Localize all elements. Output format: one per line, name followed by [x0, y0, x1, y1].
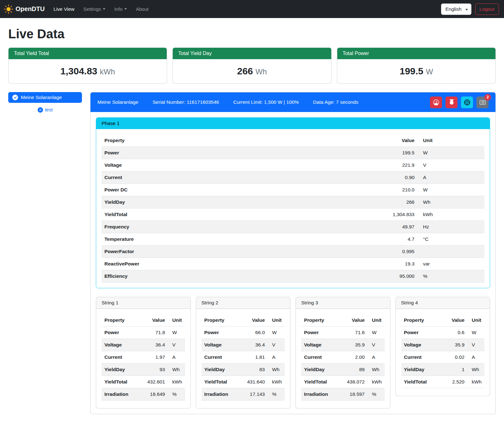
- property-cell: PowerFactor: [102, 246, 381, 258]
- value-cell: 36.4: [243, 339, 268, 351]
- language-select[interactable]: English: [441, 3, 471, 15]
- table-row: PowerFactor 0.995: [102, 246, 484, 258]
- summary-cards-row: Total Yield Total 1,304.83kWh Total Yiel…: [8, 47, 496, 84]
- table-row: Power 199.5 W: [102, 147, 484, 159]
- value-cell: 49.97: [381, 221, 417, 233]
- table-row: YieldTotal 2.520 kWh: [401, 376, 485, 388]
- list-icon: [480, 99, 486, 105]
- nav-info[interactable]: Info: [110, 4, 131, 15]
- table-row: Current 0.02 A: [401, 351, 485, 364]
- limit-settings-button[interactable]: [430, 97, 442, 108]
- table-row: Power 71.6 W: [301, 327, 385, 339]
- value-cell: 1.81: [243, 351, 268, 364]
- brand-label: OpenDTU: [16, 5, 45, 13]
- data-age: Data Age: 7 seconds: [313, 99, 358, 105]
- unit-cell: W: [168, 327, 185, 339]
- string-title: String 3: [296, 297, 390, 309]
- summary-card-unit: Wh: [256, 67, 267, 76]
- column-header-unit: Unit: [268, 314, 285, 327]
- string-card: String 4 Property Value Unit: [395, 297, 490, 396]
- table-header-row: Property Value Unit: [102, 134, 484, 147]
- table-row: Voltage 35.9 V: [401, 339, 485, 351]
- value-cell: 1,304.833: [381, 209, 417, 221]
- table-row: YieldTotal 431.640 kWh: [202, 376, 285, 388]
- event-count-badge: 2: [484, 94, 491, 101]
- property-cell: Irradiation: [202, 388, 243, 401]
- sun-icon: [4, 4, 13, 14]
- property-cell: Temperature: [102, 233, 381, 246]
- nav-live-view[interactable]: Live View: [49, 4, 79, 15]
- sidebar-item-test[interactable]: test: [8, 107, 82, 113]
- inverter-panel-header: Meine Solaranlage Serial Number: 1161716…: [90, 92, 495, 112]
- panel-actions: 2: [430, 97, 488, 108]
- string-title: String 2: [196, 297, 290, 309]
- value-cell: 4.7: [381, 233, 417, 246]
- unit-cell: °C: [417, 233, 484, 246]
- device-info-button[interactable]: [461, 97, 473, 108]
- column-header-value: Value: [243, 314, 268, 327]
- column-header-unit: Unit: [368, 314, 385, 327]
- column-header-value: Value: [443, 314, 467, 327]
- serial-number: Serial Number: 116171603546: [152, 99, 219, 105]
- unit-cell: kWh: [268, 376, 285, 388]
- property-cell: Voltage: [102, 159, 381, 171]
- property-cell: YieldTotal: [202, 376, 243, 388]
- table-row: Voltage 221.9 V: [102, 159, 484, 171]
- column-header-value: Value: [343, 314, 368, 327]
- value-cell: 36.4: [143, 339, 168, 351]
- nav-links: Live View Settings Info About: [49, 4, 153, 15]
- string-title: String 1: [96, 297, 190, 309]
- value-cell: 35.9: [443, 339, 467, 351]
- strings-row: String 1 Property Value Unit: [96, 297, 490, 408]
- table-row: Power DC 210.0 W: [102, 184, 484, 196]
- summary-card-title: Total Yield Day: [173, 48, 331, 59]
- property-cell: Voltage: [102, 339, 143, 351]
- string-table: Property Value Unit Power 66.0 W: [202, 314, 285, 401]
- power-icon: [449, 99, 455, 105]
- nav-settings[interactable]: Settings: [79, 4, 110, 15]
- logout-button[interactable]: Logout: [475, 3, 499, 15]
- property-cell: Voltage: [202, 339, 243, 351]
- column-header-unit: Unit: [467, 314, 484, 327]
- power-settings-button[interactable]: [445, 97, 457, 108]
- navbar: OpenDTU Live View Settings Info About En…: [0, 0, 504, 18]
- property-cell: Current: [301, 351, 343, 364]
- nav-info-label: Info: [114, 6, 122, 12]
- column-header-property: Property: [301, 314, 343, 327]
- table-row: YieldDay 93 Wh: [102, 364, 185, 376]
- summary-card-value: 1,304.83: [60, 66, 97, 76]
- inverter-select-button[interactable]: Meine Solaranlage: [8, 92, 82, 103]
- unit-cell: W: [417, 184, 484, 196]
- string-card: String 3 Property Value Unit: [296, 297, 390, 408]
- column-header-value: Value: [381, 134, 417, 147]
- value-cell: 71.6: [343, 327, 368, 339]
- unit-cell: Wh: [268, 364, 285, 376]
- column-header-property: Property: [202, 314, 243, 327]
- summary-card-title: Total Power: [337, 48, 495, 59]
- unit-cell: W: [417, 147, 484, 159]
- table-row: Power 71.8 W: [102, 327, 185, 339]
- property-cell: YieldDay: [401, 364, 443, 376]
- column-header-value: Value: [143, 314, 168, 327]
- property-cell: Irradiation: [102, 388, 143, 401]
- brand[interactable]: OpenDTU: [4, 4, 45, 14]
- table-row: Voltage 36.4 V: [202, 339, 285, 351]
- event-log-button[interactable]: 2: [476, 97, 488, 108]
- unit-cell: [417, 246, 484, 258]
- unit-cell: Wh: [417, 196, 484, 209]
- unit-cell: Wh: [368, 364, 385, 376]
- inverter-name: Meine Solaranlage: [97, 99, 138, 105]
- property-cell: Irradiation: [301, 388, 343, 401]
- speedometer-icon: [433, 99, 439, 105]
- summary-card-title: Total Yield Total: [9, 48, 167, 59]
- property-cell: Voltage: [301, 339, 343, 351]
- table-row: Current 0.90 A: [102, 171, 484, 184]
- unit-cell: Wh: [168, 364, 185, 376]
- table-header-row: Property Value Unit: [102, 314, 185, 327]
- unit-cell: kWh: [417, 209, 484, 221]
- current-limit: Current Limit: 1,500 W | 100%: [233, 99, 299, 105]
- property-cell: YieldDay: [102, 364, 143, 376]
- nav-about[interactable]: About: [131, 4, 153, 15]
- cpu-icon: [464, 99, 470, 105]
- value-cell: 0.02: [443, 351, 467, 364]
